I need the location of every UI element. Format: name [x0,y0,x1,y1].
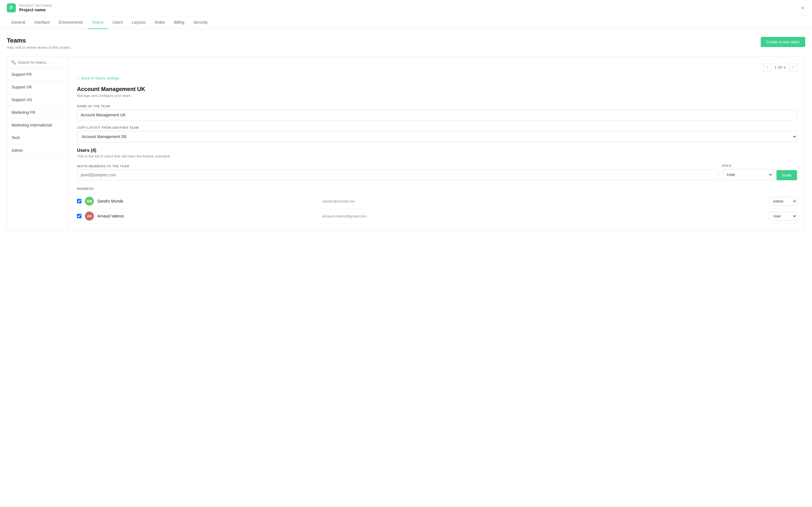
list-item[interactable]: Support US [7,94,69,106]
list-item[interactable]: Tech [7,131,69,144]
invite-role-select[interactable]: User Admin Viewer [722,169,773,180]
member-name-2: Arnaud Valensi [97,214,319,218]
detail-subtitle: Manage and configure your team [77,94,797,98]
teams-sidebar: 🔍 Support FR Support UK Support US Marke… [7,57,69,230]
close-button[interactable]: × [800,4,805,12]
create-team-button[interactable]: Create a new team [761,37,805,47]
tab-billing[interactable]: Billing [169,16,189,29]
list-item[interactable]: Marketing FR [7,106,69,119]
tab-general[interactable]: General [7,16,30,29]
tab-security[interactable]: Security [189,16,212,29]
app-header-text: PROJECT SETTINGS Project name [19,4,52,12]
role-label: ROLE [722,164,773,167]
invite-row: INVITE MEMBERS TO THE TEAM ROLE User Adm… [77,164,797,180]
back-link[interactable]: ← Back to Teams settings [77,76,119,80]
team-name-input[interactable] [77,110,797,120]
search-input[interactable] [18,60,65,64]
page-title: Teams [7,37,71,44]
search-box: 🔍 [7,57,69,68]
page-header: Teams Add, edit or delete teams of this … [7,37,805,50]
avatar-sandro: SM [85,196,94,206]
pagination: ‹ 1 OF 1 › [763,63,797,71]
member-role-select-1[interactable]: Admin User Viewer [769,197,797,206]
member-name-1: Sandro Munda [97,199,319,203]
tab-interface[interactable]: Interface [30,16,54,29]
list-item[interactable]: Marketing International [7,119,69,131]
tab-users[interactable]: Users [108,16,128,29]
members-label: MEMBERS [77,187,797,190]
page-subtitle: Add, edit or delete teams of this projec… [7,45,71,50]
member-email-1: sandro@munda.me [322,199,765,203]
app-header-left: F PROJECT SETTINGS Project name [7,3,52,12]
app-header: F PROJECT SETTINGS Project name × [0,0,812,16]
member-row: AV Arnaud Valensi arnaud.valensi@gmail.c… [77,209,797,224]
teams-detail: ‹ 1 OF 1 › ← Back to Teams settings Acco… [69,57,805,230]
invite-label: INVITE MEMBERS TO THE TEAM [77,165,719,168]
invite-role-col: ROLE User Admin Viewer [722,164,773,180]
member-checkbox-1[interactable] [77,199,82,203]
app-project-name: Project name [19,7,52,12]
page-header-text: Teams Add, edit or delete teams of this … [7,37,71,50]
teams-layout: 🔍 Support FR Support UK Support US Marke… [7,56,805,231]
app-settings-label: PROJECT SETTINGS [19,4,52,7]
pagination-prev[interactable]: ‹ [763,63,771,71]
main-content: Teams Add, edit or delete teams of this … [0,29,812,238]
member-role-select-2[interactable]: User Admin Viewer [769,212,797,221]
member-email-2: arnaud.valensi@gmail.com [322,214,765,218]
copy-layout-select[interactable]: Account Management DESupport FRSupport U… [77,131,797,142]
member-row: SM Sandro Munda sandro@munda.me Admin Us… [77,194,797,209]
member-checkbox-2[interactable] [77,214,82,218]
app-logo: F [7,3,16,12]
pagination-next[interactable]: › [789,63,797,71]
tab-environments[interactable]: Environments [54,16,87,29]
users-subtitle: This is the list of users that will have… [77,154,797,158]
search-icon: 🔍 [11,60,16,64]
nav-tabs: General Interface Environments Teams Use… [0,16,812,29]
detail-pagination: ‹ 1 OF 1 › [77,63,797,76]
list-item[interactable]: Support FR [7,68,69,81]
invite-email-input[interactable] [77,170,719,180]
tab-layouts[interactable]: Layouts [128,16,150,29]
pagination-info: 1 OF 1 [772,65,788,69]
detail-title: Account Management UK [77,86,797,93]
list-item[interactable]: Support UK [7,81,69,94]
avatar-arnaud: AV [85,212,94,221]
users-title: Users (4) [77,148,797,153]
name-field-label: NAME OF THE TEAM [77,105,797,108]
copy-layout-label: COPY LAYOUT FROM ANOTHER TEAM [77,126,797,129]
invite-email-col: INVITE MEMBERS TO THE TEAM [77,165,719,180]
tab-roles[interactable]: Roles [150,16,169,29]
invite-button[interactable]: Invite [776,170,797,180]
list-item[interactable]: Admin [7,144,69,157]
tab-teams[interactable]: Teams [87,16,108,29]
